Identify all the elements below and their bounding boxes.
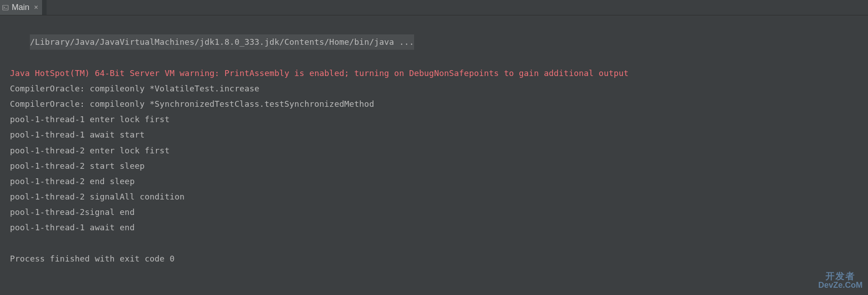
close-icon[interactable]: × xyxy=(34,0,38,14)
console-line xyxy=(0,236,868,251)
console-line: CompilerOracle: compileonly *VolatileTes… xyxy=(0,81,868,96)
console-line: pool-1-thread-1 enter lock first xyxy=(0,112,868,127)
tab-bar: Main × xyxy=(0,0,868,15)
console-line: pool-1-thread-2 signalAll condition xyxy=(0,189,868,205)
console-line: pool-1-thread-2signal end xyxy=(0,205,868,220)
console-icon xyxy=(2,4,9,11)
tab-label: Main xyxy=(12,0,29,15)
tab-bar-edge xyxy=(42,0,47,15)
console-line: Process finished with exit code 0 xyxy=(0,251,868,266)
console-output[interactable]: /Library/Java/JavaVirtualMachines/jdk1.8… xyxy=(0,15,868,266)
console-command-text: /Library/Java/JavaVirtualMachines/jdk1.8… xyxy=(30,34,414,50)
console-command-line: /Library/Java/JavaVirtualMachines/jdk1.8… xyxy=(0,19,868,66)
console-line: Java HotSpot(TM) 64-Bit Server VM warnin… xyxy=(0,66,868,81)
watermark-zh: 开发者 xyxy=(818,271,863,281)
console-line: pool-1-thread-1 await start xyxy=(0,127,868,143)
watermark: 开发者 DevZe.CoM xyxy=(818,271,863,290)
console-line: pool-1-thread-2 end sleep xyxy=(0,174,868,189)
console-line: pool-1-thread-2 enter lock first xyxy=(0,143,868,158)
watermark-en: DevZe.CoM xyxy=(818,281,863,290)
console-line: pool-1-thread-2 start sleep xyxy=(0,158,868,174)
console-line: CompilerOracle: compileonly *Synchronize… xyxy=(0,96,868,112)
svg-rect-0 xyxy=(3,5,8,10)
console-line: pool-1-thread-1 await end xyxy=(0,220,868,235)
tab-main[interactable]: Main × xyxy=(0,0,42,15)
